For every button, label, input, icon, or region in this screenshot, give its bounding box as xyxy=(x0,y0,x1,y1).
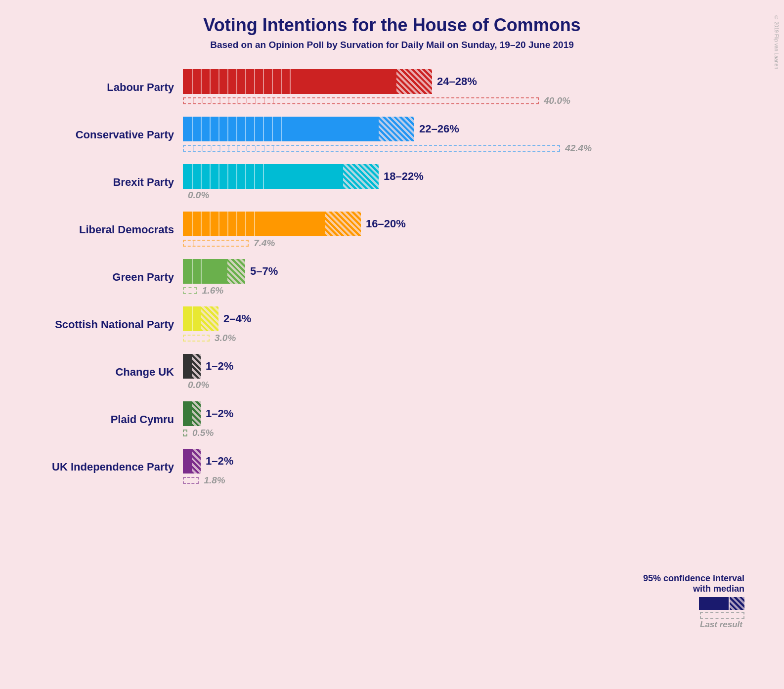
last-label-changeuk: 0.0% xyxy=(188,380,233,390)
legend-solid-swatch xyxy=(699,597,729,610)
solid-bar-conservative xyxy=(183,117,379,141)
last-label-labour: 40.0% xyxy=(544,95,570,106)
legend-box: 95% confidence intervalwith median Last … xyxy=(643,573,744,630)
main-bar-row-conservative: 22–26% xyxy=(183,117,592,141)
party-label-libdem: Liberal Democrats xyxy=(30,223,183,236)
last-label-libdem: 7.4% xyxy=(254,238,275,249)
hatch-bar-changeuk xyxy=(192,354,201,379)
last-label-plaid: 0.5% xyxy=(192,428,214,438)
party-label-ukip: UK Independence Party xyxy=(30,461,183,474)
chart-container: Voting Intentions for the House of Commo… xyxy=(0,0,784,689)
solid-bar-plaid xyxy=(183,401,192,426)
hatch-bar-libdem xyxy=(325,212,361,236)
party-label-conservative: Conservative Party xyxy=(30,129,183,141)
main-bar-row-plaid: 1–2% xyxy=(183,401,233,426)
solid-bar-green xyxy=(183,259,227,284)
hatch-bar-snp xyxy=(201,306,218,331)
bar-section-ukip: 1–2%1.8% xyxy=(183,449,233,486)
bar-row-brexit: Brexit Party18–22%0.0% xyxy=(30,160,774,205)
main-bar-row-labour: 24–28% xyxy=(183,69,570,94)
hatch-bar-brexit xyxy=(343,164,379,189)
chart-subtitle: Based on an Opinion Poll by Survation fo… xyxy=(10,40,774,50)
last-bar-plaid xyxy=(183,430,187,436)
bar-row-labour: Labour Party24–28%40.0% xyxy=(30,65,774,110)
last-label-brexit: 0.0% xyxy=(188,190,424,201)
last-label-snp: 3.0% xyxy=(215,333,236,344)
main-bar-row-snp: 2–4% xyxy=(183,306,251,331)
bar-section-changeuk: 1–2%0.0% xyxy=(183,354,233,390)
party-label-snp: Scottish National Party xyxy=(30,318,183,331)
last-bar-row-snp: 3.0% xyxy=(183,333,251,344)
legend-hatch-swatch xyxy=(730,597,744,610)
legend-ci-item xyxy=(699,597,744,610)
bar-section-snp: 2–4%3.0% xyxy=(183,306,251,344)
main-bar-row-green: 5–7% xyxy=(183,259,278,284)
range-label-libdem: 16–20% xyxy=(366,217,406,230)
last-bar-snp xyxy=(183,335,210,342)
hatch-bar-conservative xyxy=(379,117,414,141)
main-bar-row-changeuk: 1–2% xyxy=(183,354,233,379)
last-bar-conservative xyxy=(183,145,560,152)
hatch-bar-ukip xyxy=(192,449,201,474)
last-bar-row-plaid: 0.5% xyxy=(183,428,233,438)
last-label-ukip: 1.8% xyxy=(204,475,225,486)
main-bar-row-ukip: 1–2% xyxy=(183,449,233,474)
bar-row-libdem: Liberal Democrats16–20%7.4% xyxy=(30,208,774,252)
range-label-changeuk: 1–2% xyxy=(206,360,233,373)
last-bar-row-ukip: 1.8% xyxy=(183,475,233,486)
main-bar-row-libdem: 16–20% xyxy=(183,212,406,236)
range-label-brexit: 18–22% xyxy=(384,170,424,183)
party-label-brexit: Brexit Party xyxy=(30,176,183,189)
hatch-bar-plaid xyxy=(192,401,201,426)
bar-section-libdem: 16–20%7.4% xyxy=(183,212,406,249)
bar-section-labour: 24–28%40.0% xyxy=(183,69,570,106)
party-label-plaid: Plaid Cymru xyxy=(30,413,183,426)
bar-section-conservative: 22–26%42.4% xyxy=(183,117,592,154)
solid-bar-ukip xyxy=(183,449,192,474)
last-bar-row-green: 1.6% xyxy=(183,285,278,296)
legend-last-item: Last result xyxy=(700,612,744,630)
bars-area: Labour Party24–28%40.0%Conservative Part… xyxy=(10,65,774,492)
last-bar-green xyxy=(183,287,197,294)
last-bar-ukip xyxy=(183,477,199,484)
solid-bar-brexit xyxy=(183,164,343,189)
legend-title: 95% confidence intervalwith median xyxy=(643,573,744,594)
range-label-plaid: 1–2% xyxy=(206,407,233,420)
bar-section-green: 5–7%1.6% xyxy=(183,259,278,296)
party-label-green: Green Party xyxy=(30,271,183,284)
range-label-labour: 24–28% xyxy=(437,75,477,88)
bar-row-green: Green Party5–7%1.6% xyxy=(30,255,774,300)
main-bar-row-brexit: 18–22% xyxy=(183,164,424,189)
legend-last-label: Last result xyxy=(700,620,742,630)
bar-row-ukip: UK Independence Party1–2%1.8% xyxy=(30,445,774,489)
hatch-bar-labour xyxy=(396,69,432,94)
last-label-green: 1.6% xyxy=(202,285,223,296)
solid-bar-changeuk xyxy=(183,354,192,379)
legend-items: Last result xyxy=(699,597,744,630)
last-bar-row-libdem: 7.4% xyxy=(183,238,406,249)
chart-title: Voting Intentions for the House of Commo… xyxy=(10,15,774,36)
bar-row-plaid: Plaid Cymru1–2%0.5% xyxy=(30,397,774,442)
last-bar-row-conservative: 42.4% xyxy=(183,143,592,154)
copyright: © 2019 Flip van Laanen xyxy=(774,15,779,69)
last-bar-labour xyxy=(183,97,539,104)
party-label-changeuk: Change UK xyxy=(30,366,183,379)
bar-section-brexit: 18–22%0.0% xyxy=(183,164,424,201)
range-label-green: 5–7% xyxy=(250,265,278,278)
legend-last-swatch xyxy=(700,612,744,619)
party-label-labour: Labour Party xyxy=(30,81,183,94)
range-label-conservative: 22–26% xyxy=(419,123,459,135)
bar-row-conservative: Conservative Party22–26%42.4% xyxy=(30,113,774,157)
last-bar-libdem xyxy=(183,240,249,247)
hatch-bar-green xyxy=(227,259,245,284)
last-label-conservative: 42.4% xyxy=(565,143,592,154)
solid-bar-libdem xyxy=(183,212,325,236)
bar-row-changeuk: Change UK1–2%0.0% xyxy=(30,350,774,394)
solid-bar-snp xyxy=(183,306,201,331)
last-bar-row-labour: 40.0% xyxy=(183,95,570,106)
range-label-ukip: 1–2% xyxy=(206,455,233,468)
bar-row-snp: Scottish National Party2–4%3.0% xyxy=(30,302,774,347)
bar-section-plaid: 1–2%0.5% xyxy=(183,401,233,438)
solid-bar-labour xyxy=(183,69,396,94)
range-label-snp: 2–4% xyxy=(223,312,251,325)
